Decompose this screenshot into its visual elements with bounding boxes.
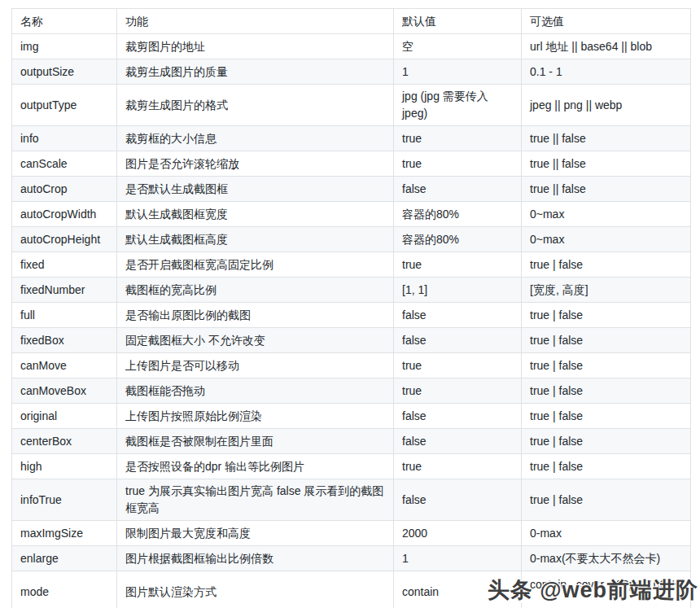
table-cell: true | false <box>522 479 691 521</box>
table-cell: 截图框的宽高比例 <box>117 278 394 303</box>
table-cell: autoCropWidth <box>12 202 117 227</box>
table-cell: true | false <box>522 252 691 278</box>
table-cell: 截图框能否拖动 <box>117 378 394 404</box>
table-row: autoCropWidth默认生成截图框宽度容器的80%0~max <box>12 202 691 227</box>
table-cell: canMove <box>12 353 117 378</box>
table-cell: true || false <box>522 126 691 151</box>
table-cell: 限制图片最大宽度和高度 <box>117 521 394 546</box>
table-cell: 上传图片按照原始比例渲染 <box>117 404 394 429</box>
table-cell: high <box>12 454 117 479</box>
table-cell: 图片根据截图框输出比例倍数 <box>117 546 394 571</box>
table-row: img裁剪图片的地址空url 地址 || base64 || blob <box>12 34 691 59</box>
table-cell: 1 <box>394 546 522 571</box>
table-cell: 是否输出原图比例的截图 <box>117 303 394 328</box>
table-cell: 是否默认生成截图框 <box>117 177 394 202</box>
table-cell: true <box>394 252 522 278</box>
table-cell: canScale <box>12 151 117 177</box>
table-row: autoCrop是否默认生成截图框falsetrue || false <box>12 177 691 202</box>
table-row: fixed是否开启截图框宽高固定比例truetrue | false <box>12 252 691 278</box>
table-cell: 容器的80% <box>394 227 522 252</box>
table-cell: 2000 <box>394 521 522 546</box>
table-cell: 0~max <box>522 227 691 252</box>
table-cell: true <box>394 126 522 151</box>
table-row: original上传图片按照原始比例渲染falsetrue | false <box>12 404 691 429</box>
table-cell: 图片是否允许滚轮缩放 <box>117 151 394 177</box>
table-cell: autoCropHeight <box>12 227 117 252</box>
table-cell: true | false <box>522 454 691 479</box>
table-cell: contain , cover, 100px, 100% <box>522 571 691 608</box>
column-header: 可选值 <box>522 9 691 34</box>
column-header: 功能 <box>117 9 394 34</box>
table-cell: true | false <box>522 303 691 328</box>
column-header: 默认值 <box>394 9 522 34</box>
table-row: full是否输出原图比例的截图falsetrue | false <box>12 303 691 328</box>
table-cell: jpg (jpg 需要传入 jpeg) <box>394 85 522 126</box>
table-cell: autoCrop <box>12 177 117 202</box>
table-row: fixedNumber截图框的宽高比例[1, 1][宽度, 高度] <box>12 278 691 303</box>
table-cell: 裁剪生成图片的质量 <box>117 59 394 85</box>
table-cell: true | false <box>522 353 691 378</box>
table-cell: fixedNumber <box>12 278 117 303</box>
table-cell: false <box>394 328 522 353</box>
table-cell: [宽度, 高度] <box>522 278 691 303</box>
table-cell: false <box>394 479 522 521</box>
table-cell: false <box>394 303 522 328</box>
table-row: mode图片默认渲染方式containcontain , cover, 100p… <box>12 571 691 608</box>
table-cell: true | false <box>522 404 691 429</box>
table-row: outputType裁剪生成图片的格式jpg (jpg 需要传入 jpeg)jp… <box>12 85 691 126</box>
table-row: enlarge图片根据截图框输出比例倍数10-max(不要太大不然会卡) <box>12 546 691 571</box>
table-cell: true <box>394 378 522 404</box>
table-cell: 是否开启截图框宽高固定比例 <box>117 252 394 278</box>
table-cell: jpeg || png || webp <box>522 85 691 126</box>
table-row: infoTruetrue 为展示真实输出图片宽高 false 展示看到的截图框宽… <box>12 479 691 521</box>
table-cell: canMoveBox <box>12 378 117 404</box>
table-cell: true || false <box>522 177 691 202</box>
table-cell: 0~max <box>522 202 691 227</box>
table-row: outputSize裁剪生成图片的质量10.1 - 1 <box>12 59 691 85</box>
table-cell: url 地址 || base64 || blob <box>522 34 691 59</box>
table-cell: fixed <box>12 252 117 278</box>
table-cell: true | false <box>522 328 691 353</box>
table-cell: false <box>394 177 522 202</box>
table-cell: infoTrue <box>12 479 117 521</box>
table-cell: 1 <box>394 59 522 85</box>
table-cell: true <box>394 353 522 378</box>
table-cell: outputSize <box>12 59 117 85</box>
table-cell: 上传图片是否可以移动 <box>117 353 394 378</box>
table-cell: 0-max(不要太大不然会卡) <box>522 546 691 571</box>
table-cell: fixedBox <box>12 328 117 353</box>
table-row: info裁剪框的大小信息truetrue || false <box>12 126 691 151</box>
table-cell: true | false <box>522 378 691 404</box>
column-header: 名称 <box>12 9 117 34</box>
table-cell: 裁剪图片的地址 <box>117 34 394 59</box>
table-row: canScale图片是否允许滚轮缩放truetrue || false <box>12 151 691 177</box>
table-cell: 是否按照设备的dpr 输出等比例图片 <box>117 454 394 479</box>
table-cell: false <box>394 429 522 454</box>
table-cell: 容器的80% <box>394 202 522 227</box>
table-row: fixedBox固定截图框大小 不允许改变falsetrue | false <box>12 328 691 353</box>
table-cell: 截图框是否被限制在图片里面 <box>117 429 394 454</box>
table-cell: 裁剪生成图片的格式 <box>117 85 394 126</box>
table-cell: contain <box>394 571 522 608</box>
table-header-row: 名称功能默认值可选值 <box>12 9 691 34</box>
table-row: maxImgSize限制图片最大宽度和高度20000-max <box>12 521 691 546</box>
table-row: high是否按照设备的dpr 输出等比例图片truetrue | false <box>12 454 691 479</box>
table-cell: 固定截图框大小 不允许改变 <box>117 328 394 353</box>
table-cell: enlarge <box>12 546 117 571</box>
table-cell: 裁剪框的大小信息 <box>117 126 394 151</box>
table-cell: 默认生成截图框高度 <box>117 227 394 252</box>
table-cell: 空 <box>394 34 522 59</box>
table-cell: true 为展示真实输出图片宽高 false 展示看到的截图框宽高 <box>117 479 394 521</box>
table-row: centerBox截图框是否被限制在图片里面falsetrue | false <box>12 429 691 454</box>
table-cell: info <box>12 126 117 151</box>
table-cell: maxImgSize <box>12 521 117 546</box>
table-cell: full <box>12 303 117 328</box>
props-table: 名称功能默认值可选值 img裁剪图片的地址空url 地址 || base64 |… <box>11 8 691 608</box>
table-cell: true | false <box>522 429 691 454</box>
table-body: img裁剪图片的地址空url 地址 || base64 || bloboutpu… <box>12 34 691 608</box>
table-cell: 0.1 - 1 <box>522 59 691 85</box>
table-cell: true <box>394 151 522 177</box>
table-cell: img <box>12 34 117 59</box>
table-cell: true <box>394 454 522 479</box>
table-cell: 0-max <box>522 521 691 546</box>
